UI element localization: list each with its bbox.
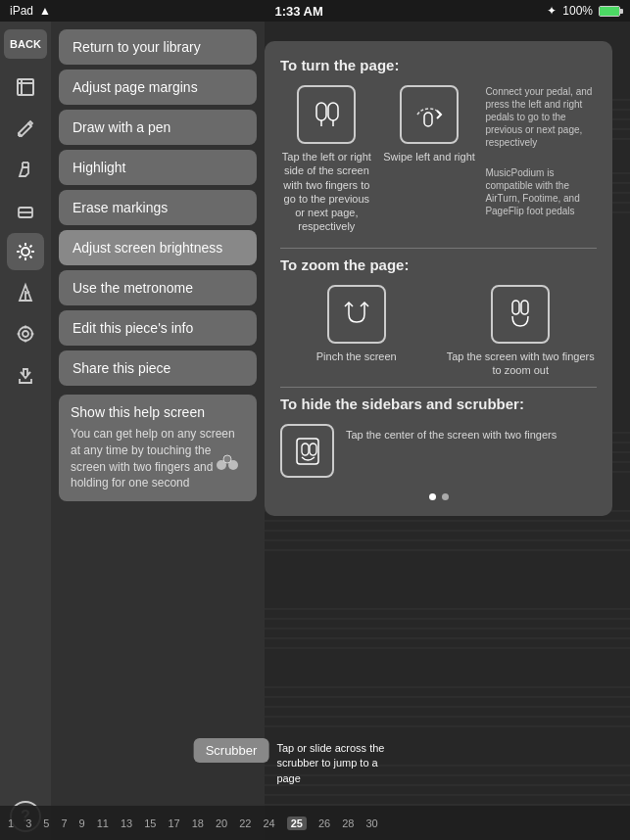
svg-rect-63 — [328, 103, 338, 120]
two-finger-tap-text: Tap the left or right side of the screen… — [280, 150, 373, 234]
zoom-title: To zoom the page: — [280, 257, 597, 273]
dot-1[interactable] — [429, 493, 436, 500]
menu-item-share[interactable]: Share this piece — [59, 350, 257, 386]
help-item-two-finger-tap: Tap the left or right side of the screen… — [280, 85, 373, 234]
sidebar-settings-icon[interactable] — [7, 315, 44, 352]
help-item-swipe: Swipe left and right — [383, 85, 476, 234]
bluetooth-icon: ✦ — [547, 4, 557, 18]
svg-rect-67 — [512, 301, 519, 314]
page-num-30[interactable]: 30 — [365, 817, 377, 829]
left-sidebar: BACK — [0, 22, 51, 840]
pinch-icon — [327, 285, 386, 344]
page-num-15[interactable]: 15 — [144, 817, 156, 829]
battery-label: 100% — [562, 4, 593, 18]
sidebar-eraser-icon[interactable] — [7, 192, 44, 229]
turn-page-title: To turn the page: — [280, 57, 597, 73]
help-item-pinch: Pinch the screen — [280, 285, 433, 363]
svg-line-53 — [20, 257, 22, 258]
swipe-text: Swipe left and right — [383, 150, 475, 163]
sidebar-share-icon[interactable] — [7, 356, 44, 394]
two-finger-zoom-text: Tap the screen with two fingers to zoom … — [445, 350, 598, 378]
help-item-two-finger-zoom: Tap the screen with two fingers to zoom … — [445, 285, 598, 378]
help-box-title: Show this help screen — [71, 404, 245, 420]
svg-rect-68 — [521, 301, 528, 314]
wifi-icon: ▲ — [39, 4, 51, 18]
svg-rect-70 — [302, 443, 309, 455]
status-bar: iPad ▲ 1:33 AM ✦ 100% — [0, 0, 630, 22]
turn-page-items: Tap the left or right side of the screen… — [280, 85, 597, 234]
help-gesture-icon — [208, 445, 247, 491]
pedal-compat-text: MusicPodium is compatible with the AirTu… — [485, 166, 597, 217]
page-num-5[interactable]: 5 — [43, 817, 49, 829]
hide-sidebars-title: To hide the sidebars and scrubber: — [280, 396, 597, 412]
page-num-24[interactable]: 24 — [263, 817, 274, 829]
main-content: BACK — [0, 22, 630, 840]
menu-item-brightness[interactable]: Adjust screen brightness — [59, 230, 257, 265]
zoom-section: To zoom the page: Pinch the screen — [280, 257, 597, 378]
page-num-17[interactable]: 17 — [168, 817, 179, 829]
bottom-bar: 1 3 5 7 9 11 13 15 17 18 20 22 24 25 26 … — [0, 806, 630, 840]
svg-rect-66 — [424, 113, 432, 126]
back-button[interactable]: BACK — [4, 29, 47, 59]
turn-page-section: To turn the page: Tap the left or right … — [280, 57, 597, 234]
carrier-label: iPad — [10, 4, 33, 18]
page-num-20[interactable]: 20 — [216, 817, 227, 829]
hide-sidebars-text: Tap the center of the screen with two fi… — [346, 424, 557, 442]
scrubber-label: Scrubber — [194, 738, 269, 763]
svg-line-51 — [30, 257, 32, 258]
page-num-25[interactable]: 25 — [287, 817, 307, 830]
status-left: iPad ▲ — [10, 4, 51, 18]
pedal-text: Connect your pedal, and press the left a… — [485, 85, 597, 149]
page-num-9[interactable]: 9 — [79, 817, 85, 829]
help-item-pedal: Connect your pedal, and press the left a… — [485, 85, 597, 234]
two-finger-zoom-icon — [491, 285, 550, 344]
divider-1 — [280, 248, 597, 249]
page-num-28[interactable]: 28 — [342, 817, 354, 829]
help-overlay-panel: To turn the page: Tap the left or right … — [265, 41, 612, 516]
battery-icon — [599, 6, 620, 17]
sidebar-metronome-icon[interactable] — [7, 274, 44, 311]
menu-item-edit-info[interactable]: Edit this piece's info — [59, 310, 257, 346]
sidebar-crop-icon[interactable] — [7, 69, 44, 106]
svg-line-52 — [30, 246, 32, 248]
status-right: ✦ 100% — [547, 4, 620, 18]
menu-item-metronome[interactable]: Use the metronome — [59, 270, 257, 305]
page-num-3[interactable]: 3 — [25, 817, 31, 829]
page-num-1[interactable]: 1 — [8, 817, 14, 829]
page-num-18[interactable]: 18 — [192, 817, 204, 829]
menu-item-library[interactable]: Return to your library — [59, 29, 257, 65]
hide-sidebars-section: To hide the sidebars and scrubber: Tap t… — [280, 396, 597, 484]
svg-point-61 — [223, 455, 231, 463]
page-num-7[interactable]: 7 — [61, 817, 67, 829]
sidebar-brightness-icon[interactable] — [7, 233, 44, 270]
swipe-icon — [400, 85, 459, 144]
hide-sidebars-icon — [280, 424, 334, 478]
svg-point-57 — [23, 331, 28, 337]
menu-item-highlight[interactable]: Highlight — [59, 150, 257, 185]
scrubber-description: Tap or slide across the scrubber to jump… — [276, 738, 394, 786]
help-box[interactable]: Show this help screen You can get help o… — [59, 395, 257, 501]
time-label: 1:33 AM — [274, 4, 322, 19]
two-finger-tap-icon — [297, 85, 356, 144]
sidebar-pencil-icon[interactable] — [7, 110, 44, 147]
sidebar-marker-icon[interactable] — [7, 151, 44, 188]
page-num-13[interactable]: 13 — [121, 817, 132, 829]
page-num-26[interactable]: 26 — [318, 817, 330, 829]
dot-2[interactable] — [442, 493, 449, 500]
svg-rect-71 — [310, 443, 316, 455]
svg-rect-62 — [316, 103, 326, 120]
divider-2 — [280, 387, 597, 388]
menu-item-erase[interactable]: Erase markings — [59, 190, 257, 225]
page-dots — [280, 493, 597, 500]
zoom-items: Pinch the screen Tap the screen with two… — [280, 285, 597, 378]
menu-item-margins[interactable]: Adjust page margins — [59, 70, 257, 105]
svg-point-58 — [19, 327, 32, 341]
page-num-11[interactable]: 11 — [97, 817, 109, 829]
page-num-22[interactable]: 22 — [239, 817, 251, 829]
menu-panel: Return to your library Adjust page margi… — [51, 22, 265, 840]
page-numbers: 1 3 5 7 9 11 13 15 17 18 20 22 24 25 26 … — [8, 817, 622, 830]
svg-point-45 — [22, 248, 29, 256]
menu-item-draw[interactable]: Draw with a pen — [59, 110, 257, 145]
svg-line-50 — [20, 246, 22, 248]
hide-sidebars-item: Tap the center of the screen with two fi… — [280, 424, 597, 484]
